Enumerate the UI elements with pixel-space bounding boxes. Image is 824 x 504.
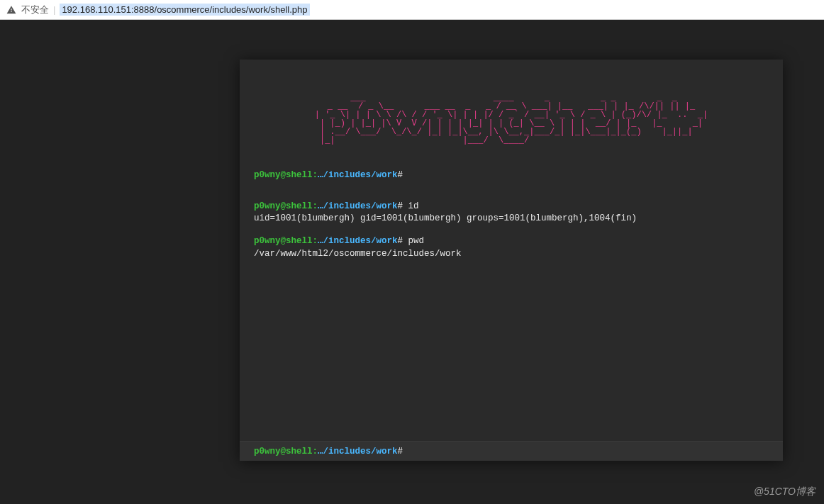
terminal-output: p0wny@shell:…/includes/work# p0wny@shell… [240,170,783,441]
command-text: id [408,201,419,211]
webshell-container: ___ ____ _ _ _ _ _ _ __ / _ \__ ___ __ _… [240,60,783,461]
output-line: /var/www/html2/oscommerce/includes/work [254,249,769,260]
prompt-line: p0wny@shell:…/includes/work# pwd [254,236,769,247]
prompt-path: …/includes/work [318,447,398,457]
prompt-hash: # [398,170,403,180]
shell-command-input[interactable] [407,447,769,457]
watermark-text: @51CTO博客 [754,486,815,498]
prompt-path: …/includes/work [318,170,398,180]
warning-triangle-icon [6,4,17,16]
browser-address-bar[interactable]: 不安全 | 192.168.110.151:8888/oscommerce/in… [0,0,824,20]
url-text[interactable]: 192.168.110.151:8888/oscommerce/includes… [60,4,309,16]
prompt-line: p0wny@shell:…/includes/work# [254,170,769,181]
output-line: uid=1001(blumbergh) gid=1001(blumbergh) … [254,213,769,225]
ascii-banner: ___ ____ _ _ _ _ _ _ __ / _ \__ ___ __ _… [240,60,783,170]
shell-input-row[interactable]: p0wny@shell:…/includes/work# [240,441,783,461]
not-secure-label: 不安全 [21,4,49,16]
prompt-hash: # [398,447,403,457]
prompt-user: p0wny@shell [254,447,313,457]
prompt-user: p0wny@shell [254,170,313,180]
page-background: ___ ____ _ _ _ _ _ _ __ / _ \__ ___ __ _… [0,20,824,504]
prompt-line: p0wny@shell:…/includes/work# id [254,201,769,213]
command-text: pwd [408,236,425,246]
separator: | [53,4,55,15]
